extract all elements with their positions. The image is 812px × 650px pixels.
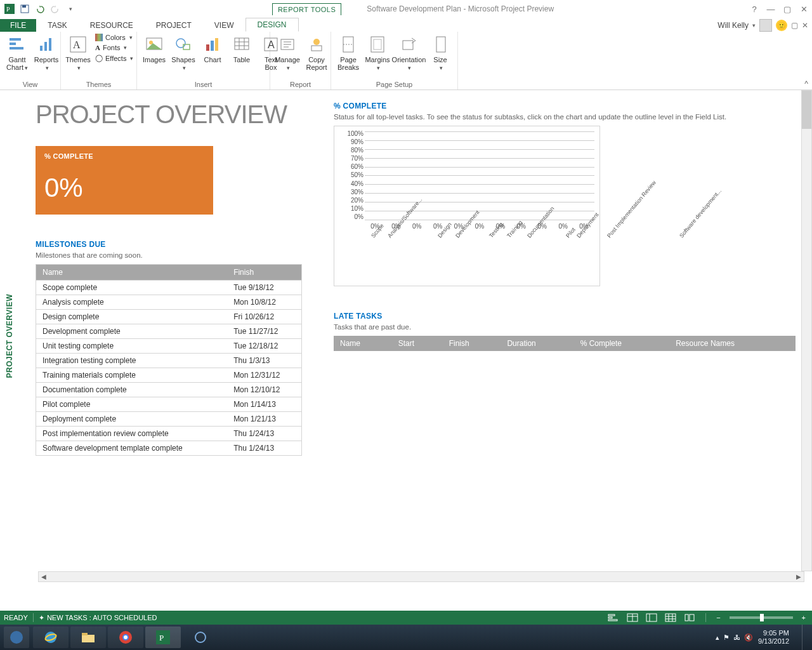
manage-button[interactable]: Manage▾ [274,33,301,73]
taskbar-ie[interactable] [33,627,69,648]
margins-button[interactable]: Margins▾ [364,33,391,73]
tray-sound-icon[interactable]: 🔇 [744,633,753,642]
svg-rect-53 [82,635,95,642]
qat-customize-icon[interactable]: ▾ [63,2,77,16]
ribbon-collapse-icon[interactable]: ^ [804,79,808,88]
undo-icon[interactable] [33,2,47,16]
tray-up-icon[interactable]: ▴ [716,633,719,642]
table-row[interactable]: Design completeFri 10/26/12 [36,310,302,324]
table-row[interactable]: Deployment completeMon 1/21/13 [36,412,302,427]
user-name[interactable]: Will Kelly [717,21,749,30]
zoom-in-button[interactable]: + [799,614,808,621]
start-button[interactable] [4,627,29,648]
table-row[interactable]: Integration testing completeThu 1/3/13 [36,354,302,368]
milestones-sub: Milestones that are coming soon. [36,251,302,259]
close-doc-icon[interactable]: ✕ [802,21,808,30]
taskbar-chrome[interactable] [108,627,143,648]
svg-rect-16 [206,44,209,51]
chart-button[interactable]: Chart [199,33,226,65]
table-row[interactable]: Development completeTue 11/27/12 [36,324,302,339]
tab-view[interactable]: VIEW [203,19,246,32]
scroll-left-icon[interactable]: ◀ [39,572,49,581]
vertical-scrollbar[interactable] [801,90,812,571]
horizontal-scrollbar[interactable]: ◀ ▶ [38,571,804,582]
svg-rect-41 [646,614,657,621]
late-tasks-table[interactable]: Name Start Finish Duration % Complete Re… [334,336,796,351]
reports-button[interactable]: Reports▾ [33,33,60,73]
user-menu-icon[interactable]: ▾ [752,22,756,29]
table-row[interactable]: Documentation completeMon 12/10/12 [36,383,302,397]
taskbar-explorer[interactable] [70,627,106,648]
table-row[interactable]: Post implementation review completeThu 1… [36,427,302,441]
system-clock[interactable]: 9:05 PM 9/13/2012 [758,629,793,646]
svg-rect-33 [403,41,413,50]
minimize-icon[interactable]: — [765,3,776,15]
tab-file[interactable]: FILE [0,19,36,32]
svg-rect-48 [685,614,688,621]
maximize-icon[interactable]: ▢ [782,3,793,15]
svg-text:A: A [73,39,81,50]
tab-design[interactable]: DESIGN [246,18,299,32]
table-row[interactable]: Pilot completeMon 1/14/13 [36,397,302,412]
milestones-title: MILESTONES DUE [36,240,302,249]
copy-report-button[interactable]: Copy Report [303,33,330,72]
gantt-chart-button[interactable]: Gantt Chart▾ [4,33,30,73]
orientation-button[interactable]: Orientation▾ [393,33,424,73]
taskbar-project[interactable]: P [145,627,181,648]
tab-project[interactable]: PROJECT [145,19,203,32]
tab-task[interactable]: TASK [36,19,78,32]
svg-point-14 [176,39,185,48]
help-icon[interactable]: ? [749,3,760,15]
table-row[interactable]: Scope completeTue 9/18/12 [36,281,302,295]
app-icon[interactable]: P [3,2,16,16]
table-row[interactable]: Software development template completeTh… [36,441,302,456]
table-row[interactable]: Analysis completeMon 10/8/12 [36,295,302,310]
late-tasks-sub: Tasks that are past due. [334,323,796,331]
redo-icon[interactable] [48,2,62,16]
images-button[interactable]: Images [141,33,167,65]
svg-rect-9 [49,38,51,51]
zoom-slider[interactable] [730,616,793,619]
close-icon[interactable]: ✕ [798,3,809,15]
scroll-right-icon[interactable]: ▶ [794,572,804,581]
new-tasks-mode-icon[interactable]: ✦ [39,614,44,622]
size-button[interactable]: Size▾ [427,33,454,73]
save-icon[interactable] [18,2,32,16]
restore-window-icon[interactable]: ▢ [791,21,798,30]
avatar[interactable] [759,19,772,32]
table-button[interactable]: Table [228,33,255,65]
svg-rect-49 [690,614,694,621]
svg-rect-4 [10,38,21,41]
percent-complete-card[interactable]: % COMPLETE 0% [36,146,213,215]
view-resource-sheet-icon[interactable] [662,612,679,623]
pct-chart-title: % COMPLETE [334,102,796,110]
contextual-tab-report-tools: REPORT TOOLS [272,3,341,15]
col-finish: Finish [227,265,301,281]
themes-button[interactable]: A Themes▾ [65,33,91,73]
feedback-smiley-icon[interactable]: 🙂 [776,20,787,31]
shapes-button[interactable]: Shapes▾ [170,33,197,73]
tray-flag-icon[interactable]: ⚑ [723,633,730,642]
svg-rect-3 [22,5,26,8]
zoom-out-button[interactable]: − [714,614,723,621]
table-row[interactable]: Training materials completeMon 12/31/12 [36,368,302,383]
tray-network-icon[interactable]: 🖧 [733,633,740,642]
table-row[interactable]: Unit testing completeTue 12/18/12 [36,339,302,354]
taskbar-snagit[interactable] [183,627,218,648]
tab-resource[interactable]: RESOURCE [79,19,145,32]
colors-button[interactable]: Colors▾ [94,33,134,42]
svg-rect-6 [10,47,23,50]
milestones-table[interactable]: Name Finish Scope completeTue 9/18/12Ana… [36,264,302,456]
view-task-usage-icon[interactable] [624,612,641,623]
view-team-planner-icon[interactable] [643,612,660,623]
effects-button[interactable]: ◯Effects▾ [94,53,134,63]
show-desktop-button[interactable] [802,625,808,650]
status-newtasks[interactable]: NEW TASKS : AUTO SCHEDULED [47,614,157,621]
percent-complete-chart[interactable]: 100%90%80%70%60%50%40%30%20%10%0% 0%0%0%… [334,126,600,286]
fonts-button[interactable]: AFonts▾ [94,43,134,52]
side-tab-project-overview[interactable]: PROJECT OVERVIEW [0,90,19,582]
view-report-icon[interactable] [681,612,698,623]
svg-text:P: P [159,633,164,642]
page-breaks-button[interactable]: Page Breaks [335,33,362,72]
view-gantt-icon[interactable] [605,612,622,623]
